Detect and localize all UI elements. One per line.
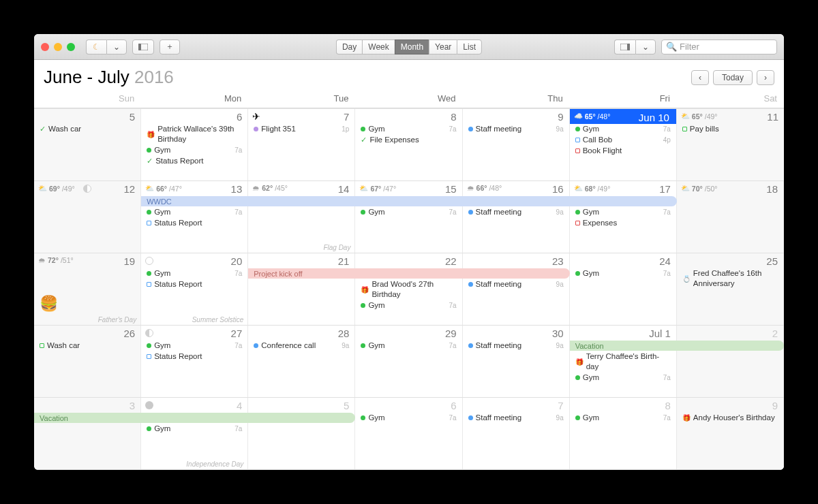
event-item[interactable]: 🎁Terry Chaffee's Birth-day [574, 351, 672, 372]
day-cell[interactable]: 12⛅69°/49° [34, 181, 141, 253]
right-sidebar-dropdown[interactable]: ⌄ [635, 40, 656, 54]
day-cell[interactable]: 27Gym7aStatus Report [141, 326, 248, 397]
filter-input[interactable]: 🔍 Filter [661, 40, 777, 54]
day-cell[interactable]: 23Staff meeting9a [463, 253, 570, 325]
event-item[interactable]: Gym7a [145, 424, 243, 434]
view-week-button[interactable]: Week [362, 40, 394, 54]
day-cell[interactable]: 5 [248, 398, 355, 469]
day-cell[interactable]: 4Gym7aIndependence Day [141, 398, 248, 469]
event-item[interactable]: Gym7a [359, 413, 457, 423]
event-item[interactable]: Gym7a [145, 268, 243, 279]
multi-day-event-banner[interactable]: WWDC [141, 196, 677, 206]
multi-day-event-banner[interactable]: Project kick off [248, 268, 569, 279]
event-item[interactable]: Gym7a [145, 207, 243, 217]
day-cell[interactable]: 16🌧66°/48°Staff meeting9a [463, 181, 570, 253]
event-item[interactable]: 🎁Brad Wood's 27th Birthday [359, 279, 457, 300]
day-cell[interactable]: 30Staff meeting9a [463, 326, 570, 397]
event-item[interactable]: Status Report [145, 351, 243, 362]
event-item[interactable]: Flight 3511p [252, 124, 350, 134]
day-cell[interactable]: 18⛅70°/50° [677, 181, 784, 253]
day-cell[interactable]: 7✈Flight 3511p [248, 109, 355, 180]
event-item[interactable]: Gym7a [359, 300, 457, 311]
sidebar-toggle-button[interactable] [132, 40, 154, 54]
event-item[interactable]: Gym7a [574, 207, 672, 217]
day-cell[interactable]: 5✓Wash car [34, 109, 141, 180]
view-year-button[interactable]: Year [429, 40, 457, 54]
multi-day-event-banner[interactable]: Vacation [34, 413, 355, 423]
day-cell[interactable]: 9🎁Andy Houser's Birthday [677, 398, 784, 469]
event-item[interactable]: ✓File Expenses [359, 135, 457, 145]
day-cell[interactable]: 7Staff meeting9a [463, 398, 570, 469]
event-item[interactable]: Gym7a [359, 124, 457, 134]
event-item[interactable]: ✓Wash car [38, 124, 136, 134]
night-mode-dropdown[interactable]: ⌄ [106, 40, 127, 54]
day-cell[interactable]: 19🌧72°/51°Father's Day🍔 [34, 253, 141, 325]
event-item[interactable]: 💍Fred Chaffee's 16th Anniversary [681, 268, 779, 289]
event-item[interactable]: 🎁Andy Houser's Birthday [681, 413, 779, 423]
event-item[interactable]: Status Report [145, 279, 243, 289]
view-day-button[interactable]: Day [336, 40, 362, 54]
night-mode-button[interactable]: ☾ [86, 40, 106, 54]
event-item[interactable]: Staff meeting9a [467, 413, 565, 423]
day-cell[interactable]: 2 [677, 326, 784, 397]
event-item[interactable]: 🎁Patrick Wallace's 39th Birthday [145, 124, 243, 144]
event-item[interactable]: Staff meeting9a [467, 341, 565, 351]
right-sidebar-toggle-button[interactable] [614, 40, 635, 54]
day-cell[interactable]: 11⛅65°/49°Pay bills [677, 109, 784, 180]
day-cell[interactable]: 8Gym7a [570, 398, 677, 469]
multi-day-event-banner[interactable]: Vacation [570, 341, 784, 351]
event-item[interactable]: Gym7a [359, 341, 457, 351]
day-cell[interactable]: 9Staff meeting9a [463, 109, 570, 180]
day-cell[interactable]: 13⛅66°/47°Gym7aStatus Report [141, 181, 248, 253]
next-month-button[interactable]: › [757, 70, 774, 85]
day-cell[interactable]: 8Gym7a✓File Expenses [355, 109, 462, 180]
event-item[interactable]: Expenses [574, 218, 672, 228]
day-cell[interactable]: 21 [248, 253, 355, 325]
day-cell[interactable]: Jul 1🎁Terry Chaffee's Birth-dayGym7a [570, 326, 677, 397]
day-cell[interactable]: 20Gym7aStatus ReportSummer Solstice [141, 253, 248, 325]
event-item[interactable]: Staff meeting9a [467, 279, 565, 289]
travel-icon: ✈ [252, 111, 260, 122]
view-month-button[interactable]: Month [395, 40, 429, 54]
day-cell[interactable]: 14🌧62°/45°Flag Day [248, 181, 355, 253]
prev-month-button[interactable]: ‹ [691, 70, 709, 85]
event-item[interactable]: Gym7a [145, 341, 243, 351]
event-item[interactable]: Call Bob4p [574, 135, 672, 145]
day-cell[interactable]: 28Conference call9a [248, 326, 355, 397]
event-item[interactable]: Pay bills [681, 124, 780, 134]
event-item[interactable]: Gym7a [574, 413, 672, 423]
day-cell[interactable]: 26Wash car [34, 326, 141, 397]
day-cell[interactable]: Jun 10☁️65°/48°Gym7aCall Bob4pBook Fligh… [570, 109, 677, 180]
event-item[interactable]: Gym7a [574, 124, 672, 134]
event-item[interactable]: ✓Status Report [145, 156, 243, 166]
event-item[interactable]: Staff meeting9a [467, 207, 565, 217]
event-item[interactable]: Staff meeting9a [467, 124, 565, 134]
day-cell[interactable]: 29Gym7a [355, 326, 462, 397]
day-cell[interactable]: 17⛅68°/49°Gym7aExpenses [570, 181, 677, 253]
day-cell[interactable]: 25💍Fred Chaffee's 16th Anniversary [677, 253, 784, 325]
weekday-label: Fri [570, 92, 677, 108]
event-item[interactable]: Gym7a [145, 145, 243, 155]
day-cell[interactable]: 15⛅67°/47°Gym7a [355, 181, 462, 253]
day-cell[interactable]: 6🎁Patrick Wallace's 39th BirthdayGym7a✓S… [141, 109, 248, 180]
event-item[interactable]: Conference call9a [252, 341, 350, 351]
event-label: Fred Chaffee's 16th Anniversary [693, 268, 778, 289]
add-event-button[interactable]: ＋ [160, 40, 180, 54]
view-list-button[interactable]: List [457, 40, 482, 54]
minimize-window-button[interactable] [54, 43, 62, 51]
close-window-button[interactable] [41, 43, 49, 51]
zoom-window-button[interactable] [67, 43, 75, 51]
event-item[interactable]: Gym7a [574, 373, 672, 383]
day-cell[interactable]: 3 [34, 398, 141, 469]
event-item[interactable]: Gym7a [359, 207, 457, 217]
today-button[interactable]: Today [713, 70, 753, 85]
event-item[interactable]: Gym7a [574, 268, 672, 279]
event-item[interactable]: Wash car [38, 341, 136, 351]
event-label: File Expenses [369, 135, 456, 145]
day-cell[interactable]: 22🎁Brad Wood's 27th BirthdayGym7a [355, 253, 462, 325]
calendar-dot-icon [468, 343, 473, 348]
event-item[interactable]: Status Report [145, 218, 243, 228]
day-cell[interactable]: 6Gym7a [355, 398, 462, 469]
day-cell[interactable]: 24Gym7a [570, 253, 677, 325]
event-item[interactable]: Book Flight [574, 146, 672, 156]
